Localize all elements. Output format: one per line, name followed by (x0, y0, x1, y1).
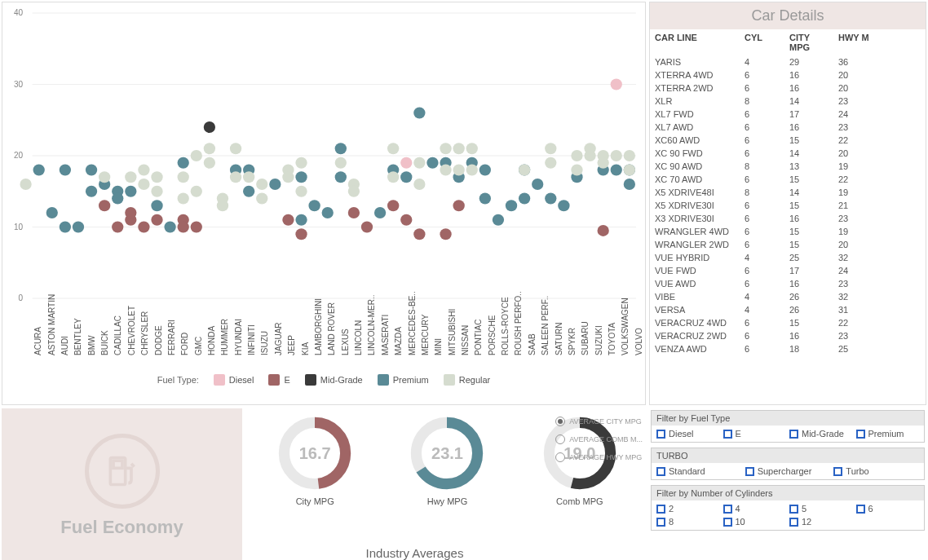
scatter-point[interactable] (20, 179, 31, 190)
scatter-point[interactable] (178, 222, 189, 233)
table-row[interactable]: X5 XDRIVE30I61521 (650, 199, 926, 212)
table-row[interactable]: X3 XDRIVE30I61623 (650, 212, 926, 225)
scatter-point[interactable] (178, 193, 189, 205)
table-row[interactable]: VUE AWD61623 (650, 277, 926, 290)
table-row[interactable]: XTERRA 4WD61620 (650, 68, 926, 82)
scatter-point[interactable] (611, 165, 622, 176)
scatter-point[interactable] (256, 193, 267, 205)
scatter-point[interactable] (178, 171, 189, 183)
scatter-point[interactable] (558, 200, 569, 211)
scatter-point[interactable] (413, 157, 425, 169)
scatter-point[interactable] (440, 228, 451, 240)
scatter-point[interactable] (584, 150, 595, 161)
table-row[interactable]: XC 70 AWD61522 (650, 173, 926, 186)
cyl-filter-option[interactable]: 10 (723, 517, 787, 527)
scatter-point[interactable] (295, 228, 307, 240)
scatter-point[interactable] (479, 193, 491, 205)
scatter-point[interactable] (624, 179, 635, 190)
scatter-point[interactable] (466, 143, 478, 154)
table-row[interactable]: XLR81423 (650, 95, 926, 108)
scatter-point[interactable] (138, 222, 149, 233)
scatter-point[interactable] (243, 186, 254, 197)
scatter-point[interactable] (611, 150, 622, 161)
scatter-point[interactable] (374, 207, 386, 218)
cyl-filter-option[interactable]: 8 (656, 517, 720, 527)
cyl-filter-option[interactable]: 2 (656, 504, 720, 514)
scatter-point[interactable] (361, 222, 373, 233)
table-row[interactable]: VERSA42631 (650, 303, 926, 316)
scatter-point[interactable] (335, 143, 347, 154)
scatter-point[interactable] (217, 200, 228, 211)
scatter-point[interactable] (112, 193, 123, 205)
scatter-point[interactable] (413, 179, 425, 190)
turbo-filter-option[interactable]: Turbo (833, 466, 919, 476)
scatter-point[interactable] (545, 193, 556, 205)
table-column-header[interactable]: CYL (736, 33, 781, 52)
cyl-filter-option[interactable]: 12 (789, 517, 853, 527)
table-row[interactable]: XL7 FWD61724 (650, 108, 926, 121)
scatter-point[interactable] (46, 207, 58, 218)
scatter-point[interactable] (204, 157, 215, 169)
scatter-point[interactable] (178, 157, 189, 169)
scatter-point[interactable] (519, 165, 530, 176)
scatter-point[interactable] (151, 186, 162, 197)
scatter-point[interactable] (348, 207, 360, 218)
scatter-point[interactable] (598, 157, 609, 169)
scatter-point[interactable] (282, 171, 294, 183)
scatter-point[interactable] (545, 143, 556, 154)
cyl-filter-option[interactable]: 4 (723, 504, 787, 514)
turbo-filter-option[interactable]: Supercharger (745, 466, 831, 476)
scatter-point[interactable] (453, 165, 464, 176)
scatter-plot[interactable] (7, 9, 640, 302)
scatter-point[interactable] (400, 214, 412, 226)
fuel-filter-option[interactable]: Mid-Grade (789, 429, 853, 439)
scatter-point[interactable] (571, 165, 582, 176)
scatter-point[interactable] (99, 171, 110, 183)
scatter-point[interactable] (611, 79, 622, 90)
scatter-point[interactable] (506, 200, 517, 211)
table-row[interactable]: VERACRUZ 2WD61623 (650, 329, 926, 342)
scatter-point[interactable] (86, 186, 97, 197)
table-row[interactable]: XL7 AWD61623 (650, 121, 926, 134)
scatter-point[interactable] (322, 207, 334, 218)
metric-radio[interactable]: AVERAGE HWY MPG (555, 452, 643, 462)
scatter-point[interactable] (493, 214, 504, 226)
scatter-point[interactable] (413, 108, 425, 119)
scatter-point[interactable] (335, 171, 347, 183)
scatter-point[interactable] (256, 179, 267, 190)
scatter-point[interactable] (191, 150, 202, 161)
scatter-point[interactable] (151, 171, 162, 183)
scatter-point[interactable] (308, 200, 320, 211)
scatter-point[interactable] (151, 200, 162, 211)
table-row[interactable]: YARIS42936 (650, 55, 926, 68)
scatter-point[interactable] (519, 193, 530, 205)
legend-item[interactable]: Regular (444, 374, 491, 386)
fuel-filter-option[interactable]: Premium (856, 429, 920, 439)
scatter-point[interactable] (125, 186, 136, 197)
scatter-point[interactable] (33, 165, 45, 176)
scatter-point[interactable] (400, 157, 412, 169)
table-row[interactable]: VUE FWD61724 (650, 264, 926, 277)
scatter-point[interactable] (86, 165, 97, 176)
scatter-point[interactable] (125, 171, 136, 183)
scatter-point[interactable] (440, 165, 451, 176)
cyl-filter-option[interactable]: 5 (789, 504, 853, 514)
scatter-point[interactable] (99, 200, 110, 211)
car-details-table[interactable]: CAR LINECYLCITY MPGHWY M YARIS42936XTERR… (650, 29, 926, 404)
scatter-point[interactable] (138, 165, 149, 176)
scatter-point[interactable] (453, 200, 464, 211)
table-row[interactable]: WRANGLER 2WD61520 (650, 238, 926, 251)
table-row[interactable]: VERACRUZ 4WD61522 (650, 316, 926, 329)
table-column-header[interactable]: HWY M (830, 33, 875, 52)
scatter-point[interactable] (400, 171, 412, 183)
scatter-point[interactable] (295, 171, 307, 183)
legend-item[interactable]: Premium (378, 374, 429, 386)
cyl-filter-option[interactable]: 6 (856, 504, 920, 514)
metric-radio[interactable]: AVERAGE CITY MPG (555, 417, 643, 426)
scatter-point[interactable] (204, 121, 215, 133)
scatter-point[interactable] (532, 179, 543, 190)
scatter-point[interactable] (624, 165, 635, 176)
scatter-point[interactable] (348, 186, 360, 197)
scatter-point[interactable] (204, 143, 215, 154)
legend-item[interactable]: E (268, 374, 289, 386)
